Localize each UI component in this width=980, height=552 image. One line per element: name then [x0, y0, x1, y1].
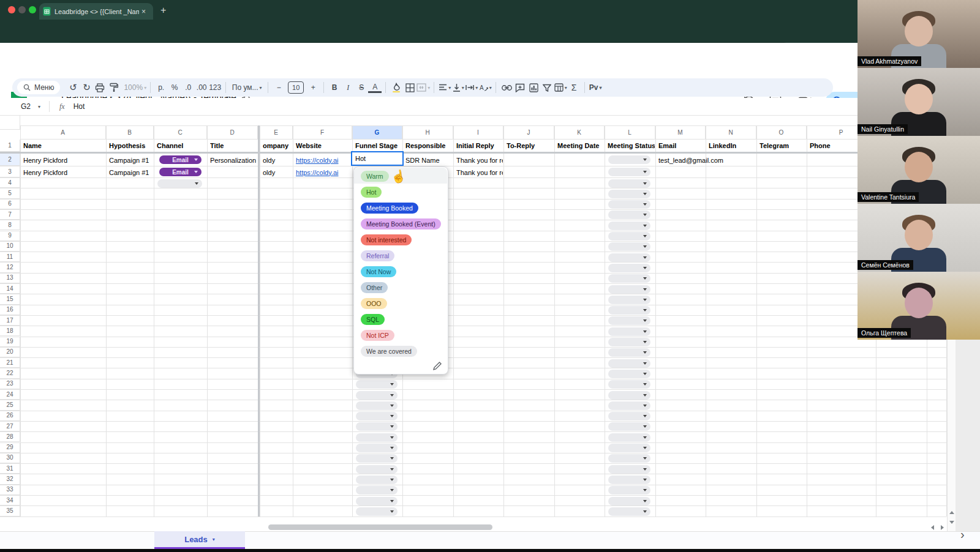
meeting-status-chip[interactable] [608, 497, 650, 505]
chip-caret-icon[interactable] [643, 159, 647, 161]
meeting-status-chip[interactable] [608, 222, 650, 230]
chip-caret-icon[interactable] [643, 489, 647, 491]
row-header-11[interactable]: 11 [0, 252, 20, 262]
funnel-stage-chip[interactable] [356, 380, 398, 389]
chip-caret-icon[interactable] [643, 500, 647, 502]
meeting-status-chip[interactable] [608, 391, 650, 400]
row-header-27[interactable]: 27 [0, 421, 20, 431]
meeting-status-chip[interactable] [608, 327, 650, 336]
header-cell-I[interactable]: Initial Reply [456, 141, 503, 150]
header-cell-G[interactable]: Funnel Stage [355, 141, 402, 150]
column-header-N[interactable]: N [706, 125, 756, 140]
meeting-status-chip[interactable] [608, 422, 650, 431]
row-header-3[interactable]: 3 [0, 166, 20, 177]
chip-caret-icon[interactable] [643, 225, 647, 227]
pv-button[interactable]: Pv▾ [589, 80, 602, 95]
row-header-19[interactable]: 19 [0, 337, 20, 347]
chip-caret-icon[interactable] [643, 171, 647, 173]
meeting-status-chip[interactable] [608, 412, 650, 420]
row-header-20[interactable]: 20 [0, 347, 20, 357]
meeting-status-chip[interactable] [608, 211, 650, 219]
funnel-stage-chip[interactable] [356, 401, 398, 410]
header-cell-D[interactable]: Title [210, 141, 257, 150]
row-header-17[interactable]: 17 [0, 315, 20, 326]
text-rotation-button[interactable]: A▾ [478, 80, 492, 95]
zoom-window-button[interactable] [29, 6, 36, 13]
chip-caret-icon[interactable] [643, 214, 647, 216]
zoom-select[interactable]: 100%▾ [124, 80, 146, 95]
cell-E3[interactable]: oldy [263, 168, 275, 177]
scroll-left-button[interactable] [929, 524, 936, 531]
video-tile[interactable]: Vlad Akhmatzyanov [858, 0, 980, 68]
header-cell-F[interactable]: Website [296, 141, 352, 150]
row-header-29[interactable]: 29 [0, 442, 20, 453]
scroll-right-button[interactable] [938, 524, 946, 531]
meeting-status-chip[interactable] [608, 200, 650, 209]
column-header-A[interactable]: A [20, 125, 106, 140]
cell-M2[interactable]: test_lead@gmail.com [658, 156, 723, 165]
column-header-E[interactable]: E [260, 125, 293, 140]
meeting-status-chip[interactable] [608, 359, 650, 368]
horizontal-scrollbar[interactable] [268, 524, 492, 530]
edit-pencil-icon[interactable] [432, 362, 442, 371]
meeting-status-chip[interactable] [608, 232, 650, 241]
browser-tab[interactable]: Leadbridge <> {{Client _Nam × [39, 3, 153, 20]
minimize-window-button[interactable] [18, 6, 26, 13]
chip-caret-icon[interactable] [390, 489, 394, 491]
decrease-decimal-button[interactable]: .0 [181, 80, 195, 95]
column-header-B[interactable]: B [106, 125, 154, 140]
row-header-23[interactable]: 23 [0, 379, 20, 389]
font-select[interactable]: По ум...▾ [230, 80, 264, 95]
funnel-stage-chip[interactable] [356, 412, 398, 420]
cell-F2[interactable]: https://coldy.ai [296, 156, 339, 165]
dropdown-option-we-are-covered[interactable]: We are covered [361, 346, 417, 357]
header-cell-L[interactable]: Meeting Status [608, 141, 655, 150]
meeting-status-chip[interactable] [608, 253, 650, 262]
cell-B2[interactable]: Campaign #1 [109, 156, 149, 165]
meeting-status-chip[interactable] [608, 348, 650, 357]
chip-caret-icon[interactable] [195, 182, 198, 185]
header-cell-K[interactable]: Meeting Date [557, 141, 604, 150]
row-header-34[interactable]: 34 [0, 495, 20, 505]
chip-caret-icon[interactable] [643, 436, 647, 439]
funnel-stage-chip[interactable] [356, 507, 398, 516]
chip-caret-icon[interactable] [643, 415, 647, 417]
dropdown-option-not-now[interactable]: Not Now [361, 266, 396, 277]
chip-caret-icon[interactable] [390, 436, 394, 439]
row-header-9[interactable]: 9 [0, 231, 20, 241]
meeting-status-chip[interactable] [608, 242, 650, 251]
cell-I2[interactable]: Thank you for re [456, 156, 503, 165]
funnel-stage-chip[interactable] [356, 433, 398, 442]
increase-decimal-button[interactable]: .00 [195, 80, 208, 95]
paint-format-button[interactable] [107, 80, 120, 95]
row-header-25[interactable]: 25 [0, 400, 20, 410]
row-header-35[interactable]: 35 [0, 505, 20, 516]
header-cell-J[interactable]: To-Reply [507, 141, 554, 150]
row-header-7[interactable]: 7 [0, 209, 20, 220]
chip-caret-icon[interactable] [643, 288, 647, 291]
cell-A3[interactable]: Henry Pickford [23, 168, 67, 177]
column-header-F[interactable]: F [293, 125, 352, 140]
meeting-status-chip[interactable] [608, 380, 650, 389]
dropdown-option-hot[interactable]: Hot [361, 187, 382, 198]
chip-caret-icon[interactable] [390, 468, 394, 471]
dropdown-option-other[interactable]: Other [361, 282, 388, 293]
cell-D2[interactable]: Personalization [210, 156, 256, 165]
header-cell-B[interactable]: Hypothesis [109, 141, 153, 150]
chip-caret-icon[interactable] [390, 479, 394, 481]
merge-cells-button[interactable]: ▾ [417, 80, 430, 95]
dropdown-option-not-interested[interactable]: Not interested [361, 234, 412, 245]
row-header-31[interactable]: 31 [0, 463, 20, 474]
meeting-status-chip[interactable] [608, 507, 650, 516]
vertical-align-button[interactable]: ▾ [451, 80, 465, 95]
meeting-status-chip[interactable] [608, 274, 650, 283]
chip-caret-icon[interactable] [643, 373, 647, 375]
dropdown-option-meeting-booked-event-[interactable]: Meeting Booked (Event) [361, 218, 441, 229]
header-cell-E[interactable]: ompany [263, 141, 292, 150]
vertical-scrollbar[interactable] [947, 340, 956, 531]
channel-chip[interactable]: Email [159, 155, 202, 164]
meeting-status-chip[interactable] [608, 285, 650, 294]
cell-I3[interactable]: Thank you for re [456, 168, 503, 177]
new-tab-button[interactable]: + [160, 5, 166, 16]
chip-caret-icon[interactable] [643, 193, 647, 195]
